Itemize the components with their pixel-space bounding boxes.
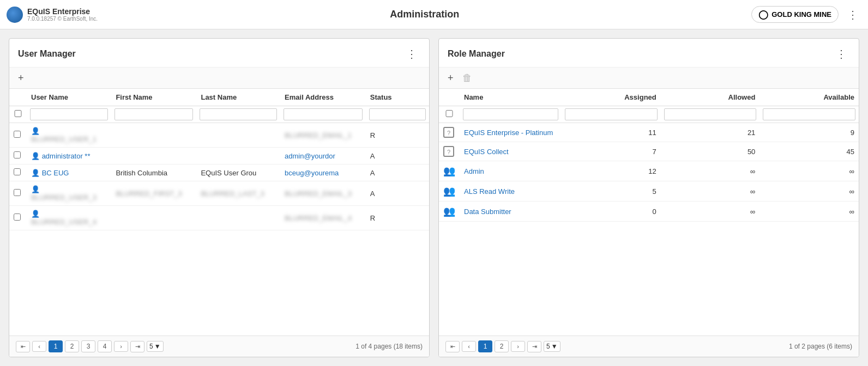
role-filter-check-cell: [439, 106, 460, 123]
role-page-next[interactable]: ›: [511, 341, 525, 352]
user-row-username[interactable]: 👤 BLURRED_USER_3: [27, 181, 111, 206]
role-filter-allowed-cell: [661, 106, 760, 123]
role-page-controls: ⇤ ‹ 1 2 › ⇥ 5 ▼: [445, 340, 560, 352]
user-page-3[interactable]: 3: [81, 340, 95, 352]
user-table-body: 👤 BLURRED_USER_1BLURRED_EMAIL_1R👤 admini…: [9, 123, 429, 230]
user-manager-toolbar: +: [9, 68, 429, 89]
user-row-checkbox[interactable]: [14, 168, 21, 175]
role-row-name[interactable]: EQuIS Collect: [460, 142, 562, 161]
role-filter-available[interactable]: [763, 108, 855, 120]
role-row-available: ∞: [760, 202, 859, 222]
user-row-firstname: [111, 123, 196, 148]
user-page-4[interactable]: 4: [98, 340, 112, 352]
user-filter-lastname[interactable]: [200, 108, 277, 120]
user-filter-email[interactable]: [284, 108, 363, 120]
user-filter-username[interactable]: [30, 108, 108, 120]
user-manager-menu-button[interactable]: ⋮: [403, 46, 420, 62]
role-key-icon: ?: [443, 127, 454, 138]
role-row-name-link[interactable]: Admin: [464, 167, 484, 175]
user-row-email-link[interactable]: admin@yourdor: [285, 152, 335, 160]
role-filter-name[interactable]: [463, 108, 558, 120]
user-row-email-link[interactable]: bceug@yourema: [285, 169, 339, 177]
user-row-checkbox[interactable]: [14, 151, 21, 158]
role-row-assigned: 5: [562, 181, 661, 202]
topbar-menu-button[interactable]: ⋮: [844, 7, 861, 22]
role-row-name-link[interactable]: EQuIS Enterprise - Platinum: [464, 129, 553, 137]
user-row-checkbox[interactable]: [14, 131, 21, 138]
role-page-first[interactable]: ⇤: [445, 341, 460, 352]
role-row-name-link[interactable]: ALS Read Write: [464, 187, 515, 196]
user-person-icon: 👤: [31, 185, 40, 193]
user-row-status: A: [366, 164, 429, 181]
delete-role-button[interactable]: 🗑: [460, 72, 474, 84]
topbar-right: ◯ GOLD KING MINE ⋮: [751, 6, 861, 23]
user-row-email: BLURRED_EMAIL_4: [280, 206, 366, 230]
role-group-icon: 👥: [443, 206, 455, 217]
role-table-row: ?EQuIS Collect75045: [439, 142, 859, 161]
user-row-email: BLURRED_EMAIL_3: [280, 181, 366, 206]
user-page-next[interactable]: ›: [114, 341, 128, 352]
user-row-check-cell: [9, 181, 27, 206]
user-row-username-link[interactable]: administrator **: [42, 152, 91, 160]
page-title: Administration: [98, 9, 751, 20]
user-row-checkbox[interactable]: [14, 189, 21, 196]
role-row-name[interactable]: EQuIS Enterprise - Platinum: [460, 123, 562, 142]
site-selector-button[interactable]: ◯ GOLD KING MINE: [751, 6, 839, 23]
app-branding: EQuIS Enterprise 7.0.0.18257 © EarthSoft…: [7, 7, 98, 23]
user-row-status: A: [366, 148, 429, 164]
user-page-info: 1 of 4 pages (18 items): [355, 343, 423, 350]
user-table-row: 👤 administrator **admin@yourdorA: [9, 148, 429, 164]
user-filter-status[interactable]: [369, 108, 426, 120]
role-row-check-cell: 👥: [439, 181, 460, 202]
user-page-1[interactable]: 1: [49, 340, 63, 352]
user-row-lastname: [196, 148, 280, 164]
role-manager-panel: Role Manager ⋮ + 🗑 Name Assigned Allowed…: [438, 38, 859, 357]
user-row-username[interactable]: 👤 administrator **: [27, 148, 111, 164]
user-row-status: A: [366, 181, 429, 206]
user-row-lastname: [196, 123, 280, 148]
user-row-check-cell: [9, 148, 27, 164]
role-row-available: 9: [760, 123, 859, 142]
user-page-2[interactable]: 2: [65, 340, 79, 352]
user-filter-firstname[interactable]: [114, 108, 193, 120]
user-row-check-cell: [9, 164, 27, 181]
user-page-first[interactable]: ⇤: [16, 341, 30, 352]
role-filter-allowed[interactable]: [664, 108, 757, 120]
role-row-name[interactable]: Data Submitter: [460, 202, 562, 222]
role-manager-table-wrap: Name Assigned Allowed Available ?EQuIS E: [439, 89, 859, 335]
role-page-1[interactable]: 1: [478, 340, 492, 352]
user-row-username-link[interactable]: BC EUG: [42, 169, 69, 177]
role-per-page-arrow: ▼: [551, 343, 558, 350]
role-row-name[interactable]: Admin: [460, 161, 562, 181]
user-row-checkbox[interactable]: [14, 213, 21, 221]
user-row-lastname: BLURRED_LAST_3: [196, 181, 280, 206]
user-select-all-checkbox[interactable]: [13, 110, 23, 117]
role-row-assigned: 12: [562, 161, 661, 181]
user-page-prev[interactable]: ‹: [32, 341, 46, 352]
user-manager-pagination: ⇤ ‹ 1 2 3 4 › ⇥ 5 ▼ 1 of 4 pages (18 ite…: [9, 335, 429, 357]
user-per-page-selector[interactable]: 5 ▼: [147, 341, 164, 352]
role-row-name-link[interactable]: Data Submitter: [464, 208, 511, 216]
user-filter-row: [9, 106, 429, 123]
role-col-check: [439, 89, 460, 106]
add-user-button[interactable]: +: [16, 72, 26, 84]
role-page-prev[interactable]: ‹: [462, 341, 476, 352]
role-filter-assigned[interactable]: [565, 108, 658, 120]
role-group-icon: 👥: [443, 186, 455, 197]
user-table-row: 👤 BC EUGBritish ColumbiaEQuIS User Groub…: [9, 164, 429, 181]
user-row-email: bceug@yourema: [280, 164, 366, 181]
role-page-last[interactable]: ⇥: [527, 341, 541, 352]
role-row-name-link[interactable]: EQuIS Collect: [464, 148, 509, 156]
role-select-all-checkbox[interactable]: [442, 110, 456, 117]
role-manager-menu-button[interactable]: ⋮: [833, 46, 850, 62]
user-page-last[interactable]: ⇥: [130, 341, 144, 352]
add-role-button[interactable]: +: [445, 72, 456, 84]
role-row-name[interactable]: ALS Read Write: [460, 181, 562, 202]
role-page-2[interactable]: 2: [495, 340, 509, 352]
role-per-page-selector[interactable]: 5 ▼: [544, 341, 560, 352]
user-row-check-cell: [9, 123, 27, 148]
user-row-username[interactable]: 👤 BLURRED_USER_4: [27, 206, 111, 230]
role-manager-table: Name Assigned Allowed Available ?EQuIS E: [439, 89, 859, 222]
user-row-username[interactable]: 👤 BLURRED_USER_1: [27, 123, 111, 148]
user-row-username[interactable]: 👤 BC EUG: [27, 164, 111, 181]
